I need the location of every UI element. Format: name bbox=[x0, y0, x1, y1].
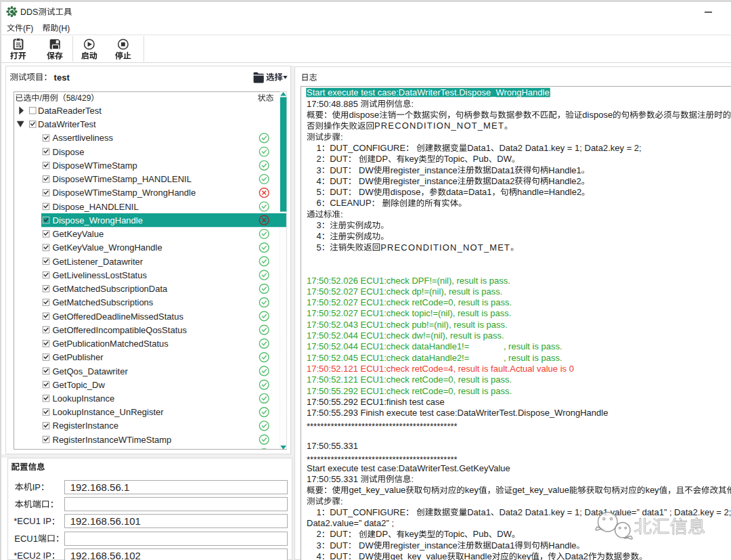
svg-text:LookupInstance_UnRegister: LookupInstance_UnRegister bbox=[53, 407, 164, 417]
svg-text:test: test bbox=[54, 72, 70, 83]
svg-text:17:50:52.026 ECU1:check DPF!=(: 17:50:52.026 ECU1:check DPF!=(nil), resu… bbox=[307, 276, 510, 286]
svg-text:RegisterInstanceWTimeStamp: RegisterInstanceWTimeStamp bbox=[53, 435, 172, 445]
svg-text:register_instance: register_instance bbox=[391, 176, 458, 186]
svg-text:key: key bbox=[405, 154, 419, 164]
svg-text:DUT: DUT bbox=[330, 540, 348, 551]
svg-text:GetListener_Datawriter: GetListener_Datawriter bbox=[53, 257, 143, 267]
svg-text:GetQos_Datawriter: GetQos_Datawriter bbox=[53, 366, 129, 376]
svg-text:2: 2 bbox=[307, 154, 322, 164]
svg-text:GetPublicationMatchedStatus: GetPublicationMatchedStatus bbox=[53, 339, 169, 349]
svg-text:17:50:52.027 ECU1:check dp!=(n: 17:50:52.027 ECU1:check dp!=(nil), resul… bbox=[307, 286, 502, 297]
svg-text:DUT: DUT bbox=[330, 551, 348, 560]
svg-text:5: 5 bbox=[307, 242, 322, 253]
svg-text:Topic: Topic bbox=[444, 154, 465, 164]
svg-text:2: 2 bbox=[307, 529, 322, 539]
svg-text:Data2: Data2 bbox=[564, 551, 588, 560]
svg-text:(F): (F) bbox=[23, 24, 33, 33]
svg-text:Data1: Data1 bbox=[491, 540, 515, 551]
svg-text:DUT_CONFIGURE: DUT_CONFIGURE bbox=[330, 143, 405, 153]
svg-text:Start execute test case:DataWr: Start execute test case:DataWriterTest.G… bbox=[307, 463, 510, 473]
svg-text:4: 4 bbox=[307, 551, 322, 560]
svg-text:DDS: DDS bbox=[20, 7, 38, 17]
svg-text:key: key bbox=[517, 551, 531, 560]
svg-text:dispose: dispose bbox=[582, 110, 613, 120]
svg-text:LookupInstance: LookupInstance bbox=[53, 393, 115, 404]
svg-text:4: 4 bbox=[307, 176, 322, 186]
svg-text:Handle: Handle bbox=[464, 551, 492, 560]
svg-text:1: 1 bbox=[307, 143, 322, 153]
svg-text:DataReaderTest: DataReaderTest bbox=[38, 106, 102, 116]
svg-text:DP: DP bbox=[376, 529, 388, 539]
svg-text:dispose: dispose bbox=[349, 110, 380, 120]
svg-text::: : bbox=[340, 496, 343, 507]
svg-text:IP: IP bbox=[32, 482, 41, 492]
svg-text:Handle1: Handle1 bbox=[548, 165, 581, 175]
svg-text:DW: DW bbox=[497, 154, 512, 164]
svg-text:GetKeyValue_WrongHandle: GetKeyValue_WrongHandle bbox=[53, 242, 162, 253]
svg-text:ECU1: ECU1 bbox=[14, 534, 38, 544]
svg-text:register_instance: register_instance bbox=[391, 165, 458, 175]
svg-text:GetLivelinessLostStatus: GetLivelinessLostStatus bbox=[53, 270, 148, 280]
svg-text:GetOfferedIncompatibleQosStatu: GetOfferedIncompatibleQosStatus bbox=[53, 325, 187, 335]
svg-text:PRECONDITION_NOT_MET: PRECONDITION_NOT_MET bbox=[374, 121, 504, 131]
svg-text:UnregisterInstance: UnregisterInstance bbox=[53, 448, 127, 458]
svg-text:*ECU2 IP: *ECU2 IP bbox=[14, 551, 51, 560]
svg-text:3: 3 bbox=[307, 220, 322, 230]
svg-text:17:50:52.045 ECU1:check dataHa: 17:50:52.045 ECU1:check dataHandle2!= , … bbox=[307, 353, 562, 363]
svg-text:DataWriterTest: DataWriterTest bbox=[38, 119, 96, 129]
svg-text:RegisterInstance: RegisterInstance bbox=[53, 421, 119, 431]
svg-text:(H): (H) bbox=[59, 24, 70, 33]
svg-text:Pub: Pub bbox=[473, 154, 489, 164]
svg-text:DW: DW bbox=[356, 551, 374, 560]
svg-text:handle=Handle2: handle=Handle2 bbox=[517, 187, 581, 197]
svg-text:17:50:55.293 Finish execute te: 17:50:55.293 Finish execute test case:Da… bbox=[307, 408, 608, 418]
svg-text:register_instance: register_instance bbox=[391, 540, 458, 551]
svg-text:******************************: ****************************************… bbox=[307, 421, 458, 431]
svg-text:17:50:55.331: 17:50:55.331 bbox=[307, 441, 358, 451]
svg-text:Data2 Data1.key = 1; Data2.key: Data2 Data1.key = 1; Data2.key = 2; bbox=[499, 143, 641, 153]
svg-text:DW: DW bbox=[356, 176, 374, 186]
svg-text:4: 4 bbox=[307, 231, 322, 241]
svg-text:DUT: DUT bbox=[330, 529, 348, 539]
svg-text:58/429: 58/429 bbox=[66, 93, 91, 103]
svg-text:17:50:52.027 ECU1:check retCod: 17:50:52.027 ECU1:check retCode=0, resul… bbox=[307, 297, 512, 307]
svg-text:5: 5 bbox=[307, 187, 322, 197]
svg-text:192.168.56.102: 192.168.56.102 bbox=[70, 550, 141, 560]
svg-text:CLEANUP: CLEANUP bbox=[330, 198, 371, 208]
svg-text::: : bbox=[412, 474, 414, 484]
svg-text:key: key bbox=[405, 529, 419, 539]
svg-text:17:50:55.331: 17:50:55.331 bbox=[307, 474, 361, 484]
svg-text::: : bbox=[340, 132, 343, 142]
svg-text:17:50:52.043 ECU1:check pub!=(: 17:50:52.043 ECU1:check pub!=(nil), resu… bbox=[307, 320, 508, 330]
svg-text:Dispose_HANDLENIL: Dispose_HANDLENIL bbox=[53, 202, 139, 212]
svg-text:3: 3 bbox=[307, 540, 322, 551]
svg-text:17:50:55.292 ECU1:check retCod: 17:50:55.292 ECU1:check retCode=0, resul… bbox=[307, 386, 512, 396]
svg-text:Start execute test case:DataWr: Start execute test case:DataWriterTest.D… bbox=[307, 87, 550, 98]
svg-text:GetPublisher: GetPublisher bbox=[53, 352, 104, 362]
svg-text:DisposeWTimeStamp_WrongHandle: DisposeWTimeStamp_WrongHandle bbox=[53, 188, 196, 198]
svg-text::: : bbox=[340, 209, 343, 219]
svg-text:Dispose_WrongHandle: Dispose_WrongHandle bbox=[53, 215, 143, 225]
svg-text:192.168.56.101: 192.168.56.101 bbox=[70, 515, 141, 527]
svg-text:data=Data1: data=Data1 bbox=[446, 187, 492, 197]
svg-text:DW: DW bbox=[497, 529, 512, 539]
svg-text:Dispose: Dispose bbox=[53, 147, 85, 157]
svg-text:17:50:52.027 ECU1:check topic!: 17:50:52.027 ECU1:check topic!=(nil), re… bbox=[307, 308, 511, 318]
svg-text:get_key_value: get_key_value bbox=[512, 485, 569, 495]
svg-text:Handle: Handle bbox=[548, 540, 576, 551]
svg-text:Handle2: Handle2 bbox=[548, 176, 581, 186]
svg-text:key: key bbox=[645, 485, 659, 495]
svg-text:17:50:52.044 ECU1:check dw!=(n: 17:50:52.044 ECU1:check dw!=(nil), resul… bbox=[307, 330, 504, 341]
svg-text:DUT: DUT bbox=[330, 176, 348, 186]
svg-text:17:50:52.121 ECU1:check retCod: 17:50:52.121 ECU1:check retCode=4, resul… bbox=[307, 364, 574, 374]
svg-text:DW: DW bbox=[356, 187, 374, 197]
svg-text:DUT: DUT bbox=[330, 154, 348, 164]
svg-text:DUT_CONFIGURE: DUT_CONFIGURE bbox=[330, 507, 405, 517]
svg-text:Data2.value=” data2” ;: Data2.value=” data2” ; bbox=[307, 518, 394, 528]
svg-text:DP: DP bbox=[376, 154, 388, 164]
svg-text:DUT: DUT bbox=[330, 165, 348, 175]
svg-text:PRECONDITION_NOT_MET: PRECONDITION_NOT_MET bbox=[380, 242, 510, 253]
svg-text:17:50:48.885: 17:50:48.885 bbox=[307, 99, 361, 109]
svg-text:17:50:55.292 ECU1:finish test: 17:50:55.292 ECU1:finish test case bbox=[307, 397, 445, 407]
svg-text:Data1: Data1 bbox=[467, 507, 491, 517]
